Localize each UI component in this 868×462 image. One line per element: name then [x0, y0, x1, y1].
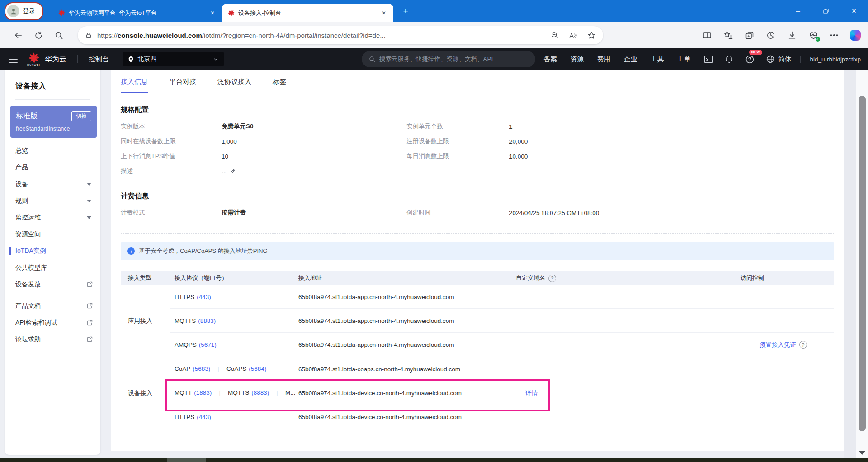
read-aloud-icon[interactable]: [569, 31, 577, 40]
access-address: 65b0f8a974.st1.iotda-app.cn-north-4.myhu…: [298, 294, 516, 300]
console-search-input[interactable]: 搜索云服务、快捷操作、资源、文档、API: [362, 51, 535, 67]
nav-menu-item-费用[interactable]: 费用: [597, 55, 610, 64]
split-screen-icon[interactable]: [703, 31, 712, 40]
protocol-name[interactable]: M...: [285, 389, 296, 396]
sidebar-item-监控运维[interactable]: 监控运维: [5, 209, 100, 226]
sidebar-item-label: 资源空间: [15, 230, 41, 238]
protocol-port-link[interactable]: (1883): [194, 389, 212, 396]
field-value-text: 1,000: [222, 138, 237, 145]
detail-link[interactable]: 详情: [525, 390, 538, 397]
notifications-bell-icon[interactable]: [725, 55, 734, 64]
tab-close-icon[interactable]: ✕: [379, 8, 389, 18]
protocol-name[interactable]: AMQPS: [175, 341, 197, 348]
protocol-name[interactable]: MQTT: [175, 389, 192, 397]
instance-card[interactable]: 标准版 切换 freeStandardInstance: [10, 106, 97, 138]
search-icon[interactable]: [55, 31, 63, 40]
url-scheme: https://: [97, 32, 118, 39]
zoom-out-icon[interactable]: [551, 31, 559, 39]
protocol-port-link[interactable]: (8883): [251, 389, 269, 396]
sidebar-item-产品文档[interactable]: 产品文档: [5, 298, 100, 314]
downloads-icon[interactable]: [788, 31, 797, 40]
security-info-banner: i 基于安全考虑，CoAP/CoAPS 的接入地址禁PING: [121, 242, 834, 260]
protocol-separator: ｜: [217, 390, 222, 396]
scrollbar-thumb[interactable]: [859, 96, 866, 431]
question-circle-icon[interactable]: [548, 275, 556, 282]
browser-tab-iot-platform[interactable]: 华为云物联网平台_华为云IoT平台 ✕: [52, 4, 222, 22]
sidebar-item-公共模型库[interactable]: 公共模型库: [5, 259, 100, 276]
nav-menu-item-备案[interactable]: 备案: [543, 55, 557, 64]
huaweicloud-brand[interactable]: HUAWEI 华为云: [27, 52, 66, 66]
close-window-button[interactable]: ✕: [840, 0, 868, 22]
cli-terminal-icon[interactable]: [704, 55, 713, 64]
protocol-port-link[interactable]: (443): [197, 294, 211, 300]
sidebar-item-API检索和调试[interactable]: API检索和调试: [5, 314, 100, 331]
collections-icon[interactable]: [745, 31, 754, 40]
protocol-port-link[interactable]: (8883): [198, 317, 216, 324]
browser-essentials-icon[interactable]: ✓: [809, 31, 818, 40]
restore-button[interactable]: [812, 0, 840, 22]
console-nav-bar: HUAWEI 华为云 控制台 北京四 搜索云服务、快捷操作、资源、文档、API …: [0, 48, 868, 70]
region-selector[interactable]: 北京四: [123, 52, 224, 66]
back-icon[interactable]: [14, 31, 23, 40]
sidebar-item-产品[interactable]: 产品: [5, 159, 100, 176]
copilot-icon[interactable]: [850, 30, 861, 41]
browser-profile-button[interactable]: 登录: [5, 2, 43, 20]
tab-标签[interactable]: 标签: [273, 78, 286, 93]
tab-接入信息[interactable]: 接入信息: [121, 78, 148, 93]
protocol-name[interactable]: MQTTS: [228, 389, 249, 396]
access-address: 65b0f8a974.st1.iotda-coaps.cn-north-4.my…: [298, 366, 516, 373]
refresh-icon[interactable]: [34, 31, 43, 40]
minimize-button[interactable]: ─: [784, 0, 812, 22]
nav-menu-item-工具[interactable]: 工具: [650, 55, 664, 64]
account-id[interactable]: hid_u-rhbktjpzctlxp: [810, 56, 861, 63]
address-bar[interactable]: https://console.huaweicloud.com/iotdm/?r…: [78, 26, 603, 44]
new-tab-button[interactable]: +: [399, 5, 412, 18]
nav-menu-item-资源[interactable]: 资源: [570, 55, 584, 64]
favorites-bar-icon[interactable]: [724, 31, 733, 40]
browser-tab-device-access-console[interactable]: 设备接入-控制台 ✕: [222, 4, 393, 22]
tab-泛协议接入[interactable]: 泛协议接入: [217, 78, 251, 93]
protocol-port-link[interactable]: (5683): [193, 365, 210, 372]
protocol-port-link[interactable]: (443): [197, 414, 211, 420]
hamburger-menu-icon[interactable]: [9, 56, 18, 63]
tab-平台对接[interactable]: 平台对接: [169, 78, 196, 93]
protocol-name[interactable]: HTTPS: [175, 294, 194, 300]
help-icon[interactable]: NEW: [745, 55, 755, 64]
protocol-name[interactable]: MQTTS: [175, 317, 196, 324]
protocol-name[interactable]: CoAP: [175, 365, 190, 373]
instance-switch-button[interactable]: 切换: [71, 111, 91, 121]
page-scrollbar[interactable]: [856, 70, 868, 458]
edit-pencil-icon[interactable]: [230, 168, 236, 174]
protocol-port-link[interactable]: (5671): [199, 341, 217, 348]
sidebar-item-论坛求助[interactable]: 论坛求助: [5, 331, 100, 348]
history-icon[interactable]: [766, 31, 775, 40]
question-circle-icon[interactable]: [799, 341, 807, 349]
field-value: 1,000: [222, 138, 406, 145]
preset-credential-link[interactable]: 预置接入凭证: [760, 341, 796, 349]
protocol-name[interactable]: CoAPS: [226, 365, 246, 372]
favorite-star-icon[interactable]: [587, 31, 596, 40]
language-globe-icon[interactable]: [766, 55, 775, 64]
lock-icon[interactable]: [85, 32, 92, 39]
language-label[interactable]: 简体: [778, 55, 791, 64]
protocol-name[interactable]: HTTPS: [175, 414, 194, 420]
field-value: 10,000: [509, 153, 844, 160]
nav-menu-item-工单[interactable]: 工单: [677, 55, 690, 64]
sidebar-item-IoTDA实例[interactable]: IoTDA实例: [5, 243, 100, 259]
nav-menu-item-企业[interactable]: 企业: [623, 55, 637, 64]
tab-title: 华为云物联网平台_华为云IoT平台: [69, 9, 204, 17]
scroll-down-arrow[interactable]: [856, 451, 868, 455]
sidebar-item-设备发放[interactable]: 设备发放: [5, 276, 100, 293]
settings-more-icon[interactable]: [830, 34, 838, 36]
protocol-port-link[interactable]: (5684): [249, 365, 266, 372]
field-value: 2024/04/25 18:07:25 GMT+08:00: [509, 210, 844, 216]
sidebar-item-设备[interactable]: 设备: [5, 176, 100, 192]
url-text[interactable]: https://console.huaweicloud.com/iotdm/?r…: [97, 32, 546, 39]
sidebar-item-总览[interactable]: 总览: [5, 142, 100, 159]
console-link[interactable]: 控制台: [89, 55, 109, 64]
sidebar-item-规则[interactable]: 规则: [5, 192, 100, 209]
field-value: 免费单元S0: [222, 122, 406, 131]
tab-close-icon[interactable]: ✕: [208, 8, 217, 18]
sidebar-item-资源空间[interactable]: 资源空间: [5, 226, 100, 243]
new-badge: NEW: [749, 50, 763, 55]
